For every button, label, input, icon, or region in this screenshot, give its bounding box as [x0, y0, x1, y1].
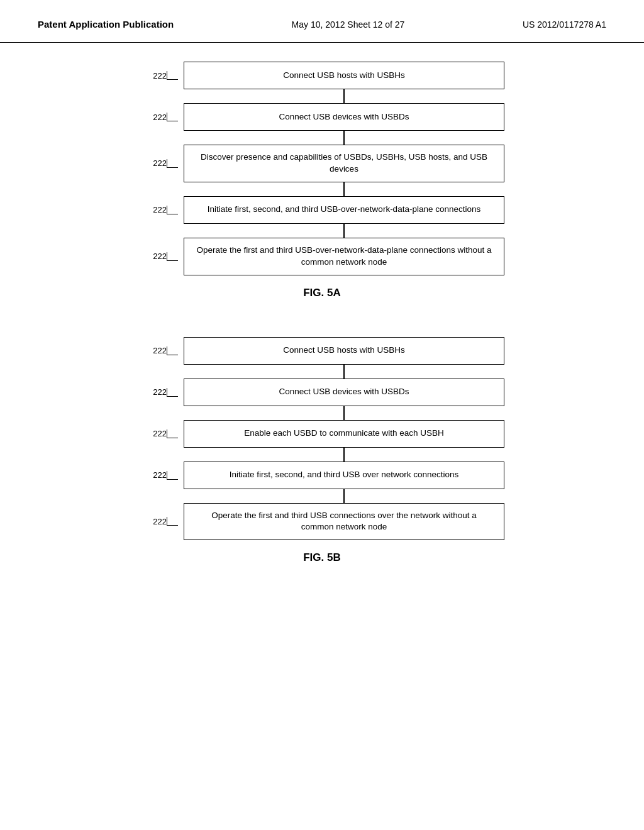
step-label-hook-icon: [167, 71, 178, 80]
step-box: Operate the first and third USB connecti…: [184, 503, 504, 541]
flow-step-row: 222Operate the first and third USB conne…: [140, 503, 504, 541]
flow-step-row: 222Connect USB devices with USBDs: [140, 379, 504, 406]
step-label: 222: [140, 158, 184, 168]
step-box: Enable each USBD to communicate with eac…: [184, 420, 504, 448]
flow-arrow: [140, 89, 504, 103]
arrow-line-icon: [343, 182, 345, 196]
step-label-hook-icon: [167, 429, 178, 438]
step-label-hook-icon: [167, 159, 178, 168]
step-label: 222: [140, 205, 184, 214]
step-label-hook-icon: [167, 252, 178, 261]
step-label-number: 222: [153, 113, 167, 122]
flow-step-row: 222Initiate first, second, and third USB…: [140, 462, 504, 489]
step-label-number: 222: [153, 346, 167, 355]
step-box: Initiate first, second, and third USB ov…: [184, 462, 504, 489]
flow-step-row: 222Enable each USBD to communicate with …: [140, 420, 504, 448]
diagrams-container: 222Connect USB hosts with USBHs222Connec…: [0, 43, 644, 583]
flow-arrow: [140, 182, 504, 196]
figure-caption: FIG. 5A: [303, 287, 341, 299]
step-label-number: 222: [153, 470, 167, 480]
step-box: Connect USB hosts with USBHs: [184, 337, 504, 365]
step-label-hook-icon: [167, 517, 178, 526]
flowchart-fig5b: 222Connect USB hosts with USBHs222Connec…: [140, 337, 504, 541]
flow-arrow: [140, 406, 504, 420]
arrow-line-icon: [343, 406, 345, 420]
step-label-number: 222: [153, 517, 167, 526]
step-label: 222: [140, 387, 184, 397]
arrow-line-icon: [343, 224, 345, 238]
step-label-number: 222: [153, 387, 167, 397]
step-box: Connect USB devices with USBDs: [184, 379, 504, 406]
step-box: Operate the first and third USB-over-net…: [184, 238, 504, 275]
step-box: Connect USB hosts with USBHs: [184, 62, 504, 89]
step-label-number: 222: [153, 205, 167, 214]
flow-arrow: [140, 224, 504, 238]
arrow-line-icon: [343, 489, 345, 503]
arrow-line-icon: [343, 448, 345, 462]
step-label: 222: [140, 71, 184, 80]
patent-page: Patent Application Publication May 10, 2…: [0, 0, 644, 830]
step-label-hook-icon: [167, 471, 178, 480]
sheet-info: May 10, 2012 Sheet 12 of 27: [292, 19, 405, 30]
step-label-number: 222: [153, 71, 167, 80]
step-box: Connect USB devices with USBDs: [184, 103, 504, 131]
flow-step-row: 222Connect USB hosts with USBHs: [140, 337, 504, 365]
flow-step-row: 222Initiate first, second, and third USB…: [140, 196, 504, 224]
diagram-fig5b: 222Connect USB hosts with USBHs222Connec…: [38, 337, 606, 565]
step-label: 222: [140, 470, 184, 480]
flow-arrow: [140, 131, 504, 145]
step-label-hook-icon: [167, 388, 178, 397]
flowchart-fig5a: 222Connect USB hosts with USBHs222Connec…: [140, 62, 504, 275]
flow-step-row: 222Connect USB devices with USBDs: [140, 103, 504, 131]
step-label: 222: [140, 517, 184, 526]
step-label: 222: [140, 429, 184, 438]
step-box: Initiate first, second, and third USB-ov…: [184, 196, 504, 224]
step-box: Discover presence and capabilities of US…: [184, 145, 504, 182]
arrow-line-icon: [343, 89, 345, 103]
step-label: 222: [140, 346, 184, 355]
flow-step-row: 222Discover presence and capabilities of…: [140, 145, 504, 182]
flow-arrow: [140, 365, 504, 379]
step-label-number: 222: [153, 158, 167, 168]
step-label-number: 222: [153, 429, 167, 438]
arrow-line-icon: [343, 365, 345, 379]
step-label-hook-icon: [167, 206, 178, 214]
flow-arrow: [140, 489, 504, 503]
figure-caption: FIG. 5B: [303, 551, 341, 564]
flow-step-row: 222Operate the first and third USB-over-…: [140, 238, 504, 275]
step-label: 222: [140, 252, 184, 261]
flow-step-row: 222Connect USB hosts with USBHs: [140, 62, 504, 89]
step-label: 222: [140, 113, 184, 122]
arrow-line-icon: [343, 131, 345, 145]
publication-label: Patent Application Publication: [38, 19, 174, 30]
diagram-fig5a: 222Connect USB hosts with USBHs222Connec…: [38, 62, 606, 299]
step-label-hook-icon: [167, 113, 178, 121]
step-label-number: 222: [153, 252, 167, 261]
page-header: Patent Application Publication May 10, 2…: [0, 0, 644, 43]
flow-arrow: [140, 448, 504, 462]
patent-number: US 2012/0117278 A1: [523, 19, 606, 30]
step-label-hook-icon: [167, 346, 178, 355]
